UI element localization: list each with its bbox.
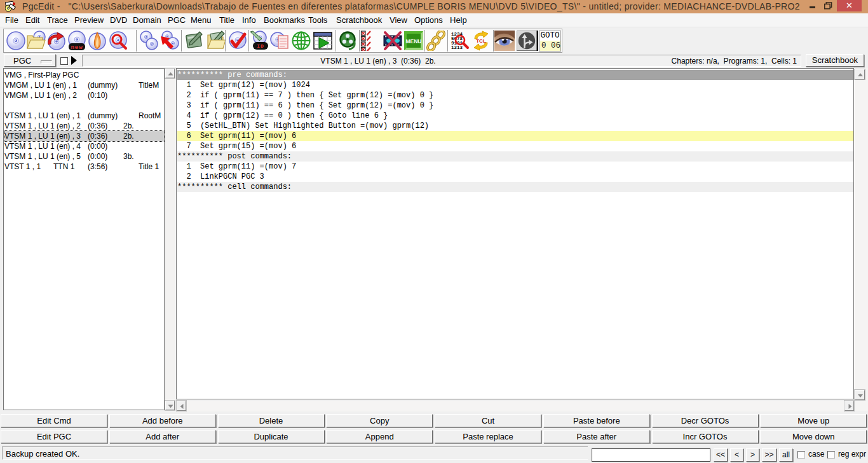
svg-text:new: new <box>71 45 83 51</box>
svg-text:1213: 1213 <box>451 45 463 50</box>
svg-text:TCL: TCL <box>476 38 486 44</box>
svg-text:MENU: MENU <box>405 38 421 45</box>
svg-text:ID: ID <box>257 43 264 49</box>
